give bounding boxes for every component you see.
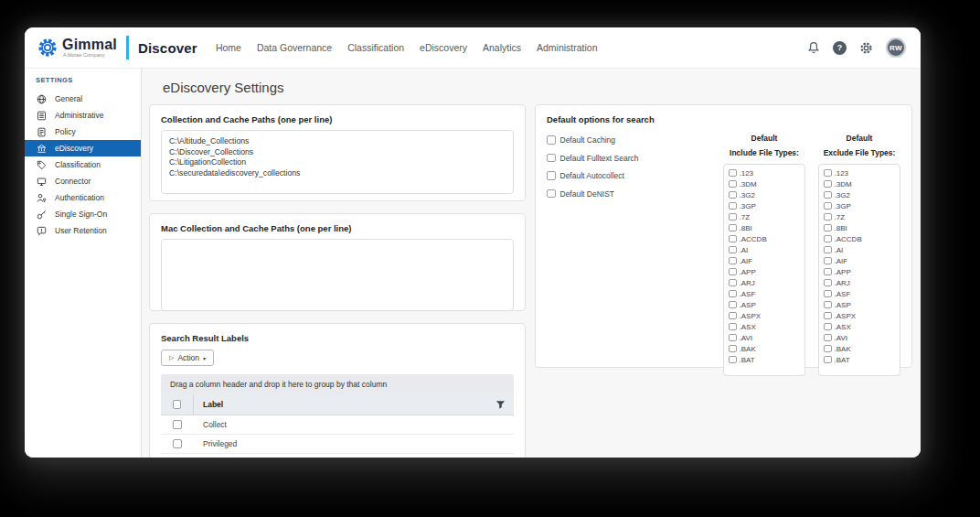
exclude-file-types-list[interactable]: .123 .3DM xyxy=(818,164,900,376)
file-type-checkbox[interactable] xyxy=(824,290,832,298)
user-key-icon xyxy=(37,193,47,203)
file-type-checkbox[interactable] xyxy=(824,301,832,309)
group-drop-zone[interactable]: Drag a column header and drop it here to… xyxy=(161,374,514,394)
file-type-checkbox[interactable] xyxy=(729,279,737,287)
default-option-checkbox[interactable] xyxy=(547,189,556,199)
sidebar-item-user-retention[interactable]: User Retention xyxy=(25,222,141,239)
file-type-checkbox[interactable] xyxy=(729,345,737,353)
sidebar-item-classification[interactable]: Classification xyxy=(25,156,141,173)
file-type-checkbox[interactable] xyxy=(729,301,737,309)
file-type-item: .123 xyxy=(819,167,900,178)
file-type-item: .ASPX xyxy=(819,310,900,321)
table-row[interactable]: Responsive xyxy=(161,454,514,458)
file-type-checkbox[interactable] xyxy=(729,213,737,221)
settings-gear-icon[interactable] xyxy=(859,41,873,55)
row-checkbox[interactable] xyxy=(173,439,182,448)
file-type-checkbox[interactable] xyxy=(729,235,737,243)
nav-item[interactable]: Home xyxy=(216,42,241,53)
brand-name: Gimmal xyxy=(62,38,117,52)
file-type-checkbox[interactable] xyxy=(824,213,832,221)
file-type-checkbox[interactable] xyxy=(729,202,737,210)
default-option-checkboxes: Default Caching Default Fulltext Search xyxy=(547,124,723,376)
default-options-title: Default options for search xyxy=(547,114,900,124)
table-row[interactable]: Privileged xyxy=(161,435,514,454)
filter-funnel-icon[interactable] xyxy=(495,400,506,410)
file-type-item: .123 xyxy=(724,167,804,178)
nav-item[interactable]: Analytics xyxy=(483,42,521,53)
notifications-bell-icon[interactable] xyxy=(807,41,820,55)
file-type-checkbox[interactable] xyxy=(824,180,832,188)
default-search-options-panel: Default options for search Default Cachi… xyxy=(535,104,912,368)
user-avatar[interactable]: RW xyxy=(886,38,906,58)
file-type-checkbox[interactable] xyxy=(824,224,832,232)
file-type-checkbox[interactable] xyxy=(729,257,737,265)
file-type-checkbox[interactable] xyxy=(729,356,737,364)
file-type-checkbox[interactable] xyxy=(824,345,832,353)
nav-item[interactable]: Classification xyxy=(347,42,404,53)
file-type-checkbox[interactable] xyxy=(729,180,737,188)
file-type-checkbox[interactable] xyxy=(824,235,832,243)
file-type-checkbox[interactable] xyxy=(824,202,832,210)
file-type-checkbox[interactable] xyxy=(729,312,737,320)
sidebar-item-label: Policy xyxy=(55,127,76,136)
mac-collection-paths-textarea[interactable] xyxy=(161,239,514,311)
include-file-types-list[interactable]: .123 .3DM xyxy=(723,164,805,376)
row-checkbox[interactable] xyxy=(173,420,182,429)
file-type-checkbox[interactable] xyxy=(729,334,737,342)
file-type-checkbox[interactable] xyxy=(824,334,832,342)
include-header-line2: Include File Types: xyxy=(723,148,805,157)
nav-item[interactable]: Data Governance xyxy=(257,42,332,53)
file-type-checkbox[interactable] xyxy=(824,356,832,364)
file-type-checkbox[interactable] xyxy=(729,246,737,254)
file-type-checkbox[interactable] xyxy=(824,268,832,276)
main-nav: Home Data Governance Classification eDis… xyxy=(216,42,598,53)
file-type-label: .3GP xyxy=(740,202,756,210)
file-type-label: .8BI xyxy=(740,224,752,232)
page-title: eDiscovery Settings xyxy=(163,80,912,95)
file-type-label: .APP xyxy=(740,268,756,276)
file-type-item: .BAK xyxy=(724,343,804,354)
help-icon[interactable]: ? xyxy=(833,41,847,55)
action-button[interactable]: ▷ Action ▾ xyxy=(161,350,214,366)
collection-paths-textarea[interactable]: C:\Altitude_Collections C:\Discover_Coll… xyxy=(161,130,514,194)
globe-icon xyxy=(37,94,47,104)
file-type-checkbox[interactable] xyxy=(729,290,737,298)
file-type-checkbox[interactable] xyxy=(729,191,737,199)
file-type-checkbox[interactable] xyxy=(824,246,832,254)
file-type-checkbox[interactable] xyxy=(824,279,832,287)
file-type-item: .AIF xyxy=(819,255,900,266)
file-type-checkbox[interactable] xyxy=(824,312,832,320)
bank-icon xyxy=(37,144,47,154)
sidebar-item-ediscovery[interactable]: eDiscovery xyxy=(25,140,141,156)
file-type-label: .ASF xyxy=(835,290,851,298)
file-type-label: .AVI xyxy=(835,334,848,342)
file-type-checkbox[interactable] xyxy=(824,323,832,331)
file-type-checkbox[interactable] xyxy=(824,257,832,265)
file-type-checkbox[interactable] xyxy=(729,268,737,276)
default-option-checkbox[interactable] xyxy=(547,171,556,180)
sidebar-item-connector[interactable]: Connector xyxy=(25,173,141,189)
file-type-checkbox[interactable] xyxy=(729,224,737,232)
file-type-item: .ARJ xyxy=(724,277,804,288)
mac-collection-paths-label: Mac Collection and Cache Paths (one per … xyxy=(161,223,514,233)
nav-item[interactable]: eDiscovery xyxy=(420,42,467,53)
file-type-item: .3DM xyxy=(724,178,804,189)
file-type-checkbox[interactable] xyxy=(729,169,737,178)
sidebar-item-policy[interactable]: Policy xyxy=(25,124,141,140)
file-type-checkbox[interactable] xyxy=(824,191,832,199)
sidebar-item-general[interactable]: General xyxy=(25,91,141,107)
default-option-checkbox[interactable] xyxy=(547,135,556,145)
file-type-checkbox[interactable] xyxy=(729,323,737,331)
select-all-checkbox[interactable] xyxy=(173,400,182,409)
sidebar-item-authentication[interactable]: Authentication xyxy=(25,189,141,206)
sidebar-item-administrative[interactable]: Administrative xyxy=(25,107,141,124)
table-row[interactable]: Collect xyxy=(161,415,514,435)
default-option-checkbox[interactable] xyxy=(547,154,556,163)
sidebar-item-single-sign-on[interactable]: Single Sign-On xyxy=(25,206,141,222)
sidebar-item-label: Administrative xyxy=(55,111,103,120)
file-type-checkbox[interactable] xyxy=(824,169,832,178)
file-type-label: .BAT xyxy=(835,356,850,364)
app-window: Gimmal A Morae Company Discover Home Dat… xyxy=(25,27,921,458)
nav-item[interactable]: Administration xyxy=(537,42,598,53)
search-result-labels-title: Search Result Labels xyxy=(161,333,514,343)
